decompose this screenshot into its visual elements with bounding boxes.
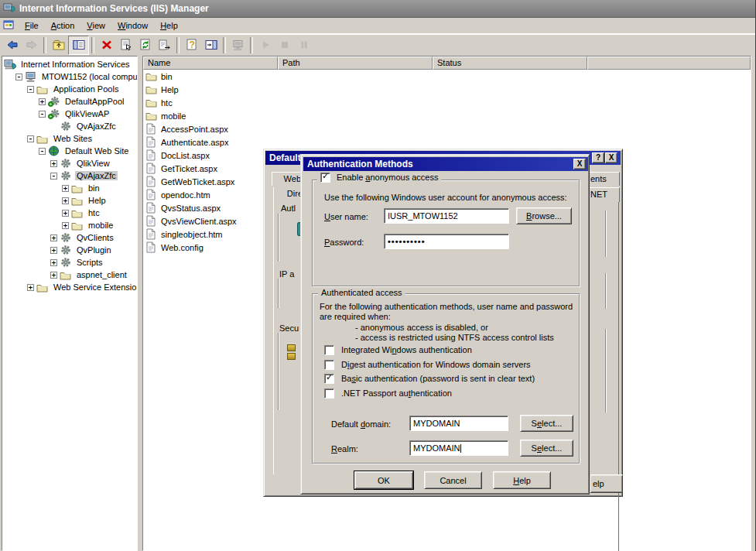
show-hide-tree-button[interactable]: [68, 36, 89, 55]
tree-item-label[interactable]: QvAjaxZfc: [75, 121, 118, 131]
file-name[interactable]: Authenticate.aspx: [161, 138, 228, 147]
auth-method-label[interactable]: Basic authentication (password is sent i…: [341, 374, 535, 383]
expand-icon[interactable]: +: [27, 284, 34, 291]
expand-icon[interactable]: +: [50, 247, 57, 254]
select-domain-button[interactable]: Select...: [520, 415, 573, 432]
file-name[interactable]: opendoc.htm: [161, 190, 210, 200]
file-name[interactable]: GetTicket.aspx: [161, 164, 217, 173]
file-name[interactable]: QvsStatus.aspx: [161, 204, 221, 213]
username-field[interactable]: IUSR_MTOW1152: [384, 208, 509, 224]
enable-anonymous-label[interactable]: Enable anonymous access: [337, 173, 438, 182]
menu-help[interactable]: Help: [154, 19, 184, 32]
collapse-icon[interactable]: -: [39, 148, 46, 155]
tree-item-web-service-extensions[interactable]: +Web Service Extensions: [2, 281, 137, 293]
tree-item-label[interactable]: Web Service Extensions: [52, 282, 138, 292]
expand-icon[interactable]: +: [50, 259, 57, 266]
file-name[interactable]: Web.config: [161, 243, 204, 252]
tree-item-qvajaxzfc[interactable]: -QvAjaxZfc: [2, 169, 137, 182]
collapse-icon[interactable]: -: [15, 74, 22, 80]
tree-item-label[interactable]: QlikViewAP: [63, 109, 111, 118]
expand-icon[interactable]: +: [39, 98, 46, 105]
tree-item-htc[interactable]: +htc: [2, 207, 137, 219]
realm-field[interactable]: MYDOMAIN: [409, 440, 508, 456]
tree-item-label[interactable]: QvClients: [75, 233, 115, 242]
expand-icon[interactable]: +: [50, 234, 57, 241]
tree-item-internet-information-services[interactable]: Internet Information Services: [2, 58, 137, 70]
context-help-button[interactable]: ?: [592, 152, 604, 163]
column-header-path[interactable]: Path: [278, 56, 433, 70]
file-name[interactable]: singleobject.htm: [161, 230, 223, 239]
collapse-icon[interactable]: -: [27, 86, 34, 93]
tree-item-label[interactable]: QlikView: [75, 159, 111, 168]
auth-method-label[interactable]: .NET Passport authentication: [341, 388, 452, 398]
tree-item-bin[interactable]: +bin: [2, 182, 137, 194]
tree-item-label[interactable]: htc: [87, 208, 101, 217]
file-row-bin[interactable]: bin: [143, 70, 751, 83]
enable-anonymous-checkbox[interactable]: [320, 173, 330, 183]
checkbox-checked[interactable]: [324, 374, 334, 384]
file-row-accesspoint-aspx[interactable]: AccessPoint.aspx: [143, 122, 751, 135]
column-header-status[interactable]: Status: [433, 56, 587, 70]
tree-item-aspnet-client[interactable]: +aspnet_client: [2, 269, 137, 281]
tree-item-qvajaxzfc[interactable]: QvAjaxZfc: [2, 120, 137, 132]
menu-file[interactable]: File: [19, 19, 45, 32]
file-name[interactable]: Help: [161, 85, 179, 94]
collapse-icon[interactable]: -: [50, 173, 57, 180]
tab-directory-security[interactable]: Dire: [273, 187, 303, 200]
auth-dialog-titlebar[interactable]: Authentication Methods: [303, 157, 588, 171]
menu-window[interactable]: Window: [111, 19, 154, 32]
tree-item-label[interactable]: mobile: [87, 221, 115, 230]
collapse-icon[interactable]: -: [39, 111, 46, 118]
browse-button[interactable]: Browse...: [516, 207, 572, 224]
tree-item-scripts[interactable]: +Scripts: [2, 256, 137, 269]
tree-item-default-web-site[interactable]: -Default Web Site: [2, 145, 137, 157]
file-name[interactable]: GetWebTicket.aspx: [161, 177, 234, 187]
expand-icon[interactable]: +: [62, 222, 69, 229]
show-hide-pane-button[interactable]: [201, 36, 221, 54]
file-name[interactable]: DocList.aspx: [161, 151, 210, 160]
expand-icon[interactable]: +: [62, 210, 69, 217]
tree-item-qvclients[interactable]: +QvClients: [2, 231, 137, 244]
menu-action[interactable]: Action: [45, 19, 81, 32]
menu-view[interactable]: View: [80, 19, 111, 32]
collapse-icon[interactable]: -: [27, 135, 34, 142]
tree-item-qvplugin[interactable]: +QvPlugin: [2, 244, 137, 256]
tree-item-label[interactable]: Application Pools: [52, 84, 120, 94]
help-topics-button[interactable]: ?: [182, 36, 201, 54]
up-folder-button[interactable]: [49, 36, 68, 54]
auth-method-label[interactable]: Digest authentication for Windows domain…: [341, 360, 531, 369]
expand-icon[interactable]: +: [62, 197, 69, 204]
properties-help-button[interactable]: elp: [590, 474, 623, 493]
help-button[interactable]: Help: [493, 471, 551, 489]
password-field[interactable]: ••••••••••: [384, 234, 509, 249]
tree-item-mtow1152-local-computer[interactable]: -MTOW1152 (local computer): [2, 70, 137, 83]
file-name[interactable]: QvsViewClient.aspx: [161, 217, 237, 226]
tree-item-label[interactable]: Help: [87, 196, 108, 205]
file-name[interactable]: bin: [161, 72, 173, 81]
tree-item-application-pools[interactable]: -Application Pools: [2, 83, 137, 95]
tree-item-web-sites[interactable]: -Web Sites: [2, 132, 137, 145]
auth-method-label[interactable]: Integrated Windows authentication: [341, 345, 472, 354]
tree-item-label[interactable]: bin: [87, 183, 101, 193]
tree-item-help[interactable]: +Help: [2, 194, 137, 207]
back-button[interactable]: [2, 36, 22, 54]
file-name[interactable]: AccessPoint.aspx: [161, 125, 228, 134]
checkbox-unchecked[interactable]: [324, 360, 334, 370]
file-name[interactable]: htc: [161, 98, 173, 108]
tree-item-qlikviewap[interactable]: -QlikViewAP: [2, 108, 137, 120]
tree-item-label[interactable]: aspnet_client: [75, 270, 128, 279]
tree-item-label[interactable]: Scripts: [75, 258, 104, 267]
close-icon[interactable]: X: [605, 152, 617, 163]
console-window-icon[interactable]: [2, 19, 15, 33]
ok-button[interactable]: OK: [354, 471, 413, 489]
tree-item-label[interactable]: QvPlugin: [75, 245, 113, 255]
expand-icon[interactable]: +: [50, 160, 57, 167]
expand-icon[interactable]: +: [62, 185, 69, 192]
tree-item-label[interactable]: DefaultAppPool: [63, 97, 125, 106]
tree-item-mobile[interactable]: +mobile: [2, 219, 137, 231]
export-list-button[interactable]: [155, 36, 174, 54]
file-row-help[interactable]: Help: [143, 83, 751, 96]
expand-icon[interactable]: +: [50, 272, 57, 279]
delete-button[interactable]: [97, 36, 116, 54]
cancel-button[interactable]: Cancel: [424, 471, 482, 489]
